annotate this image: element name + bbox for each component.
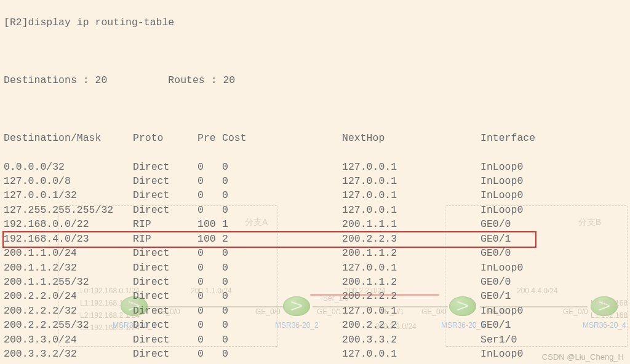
table-row: 200.1.1.255/32Direct00200.1.1.2GE0/0 (4, 275, 626, 289)
summary-line: Destinations : 20 Routes : 20 (4, 73, 626, 87)
table-row: 200.3.3.0/24Direct00200.3.3.2Ser1/0 (4, 333, 626, 347)
table-row: 200.3.3.2/32Direct00127.0.0.1InLoop0 (4, 347, 626, 361)
table-row: 200.3.3.3/32Direct00200.3.3.3Ser1/0 (4, 362, 626, 364)
table-row: 200.1.1.2/32Direct00127.0.0.1InLoop0 (4, 261, 626, 275)
table-row: 192.168.4.0/23RIP1002200.2.2.3GE0/1 (4, 232, 626, 246)
table-row: 192.168.0.0/22RIP1001200.1.1.1GE0/0 (4, 217, 626, 231)
table-row: 200.2.2.2/32Direct00127.0.0.1InLoop0 (4, 304, 626, 318)
table-row: 127.0.0.0/8Direct00127.0.0.1InLoop0 (4, 174, 626, 188)
watermark: CSDN @Liu_Cheng_H (542, 352, 624, 362)
table-header: Destination/MaskProtoPreCostNextHopInter… (4, 131, 626, 145)
blank-line (4, 102, 626, 116)
table-row: 127.255.255.255/32Direct00127.0.0.1InLoo… (4, 203, 626, 217)
table-row: 200.2.2.255/32Direct00200.2.2.2GE0/1 (4, 318, 626, 332)
table-row: 0.0.0.0/32Direct00127.0.0.1InLoop0 (4, 160, 626, 174)
table-row: 200.2.2.0/24Direct00200.2.2.2GE0/1 (4, 289, 626, 303)
blank-line (4, 44, 626, 58)
table-row: 200.1.1.0/24Direct00200.1.1.2GE0/0 (4, 246, 626, 260)
command-line: [R2]display ip routing-table (4, 15, 626, 30)
table-row: 127.0.0.1/32Direct00127.0.0.1InLoop0 (4, 188, 626, 202)
terminal-output: [R2]display ip routing-table Destination… (0, 0, 630, 364)
